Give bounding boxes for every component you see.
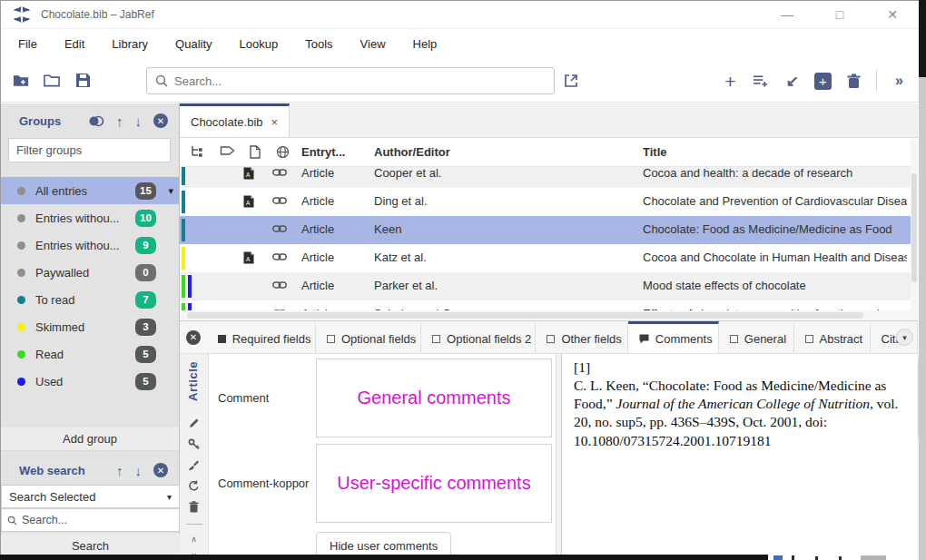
menu-edit[interactable]: Edit <box>51 37 98 51</box>
table-row-katz-et-al[interactable]: AArticleKatz et al.Cocoa and Chocolate i… <box>180 244 911 272</box>
url-link-icon[interactable] <box>272 280 287 290</box>
filter-groups-input[interactable] <box>8 138 171 162</box>
editor-tab-optional-fields[interactable]: Optional fields <box>316 321 421 353</box>
menu-file[interactable]: File <box>5 37 51 51</box>
key-icon[interactable] <box>188 438 200 450</box>
delete-entry-trash-icon[interactable] <box>845 73 862 90</box>
group-item-to-read[interactable]: To read7 <box>1 286 179 313</box>
pdf-file-icon[interactable]: A <box>243 167 254 180</box>
import-entries-icon[interactable]: ↙ <box>783 73 801 90</box>
group-item-paywalled[interactable]: Paywalled0 <box>1 259 179 286</box>
editor-tab-required-fields[interactable]: Required fields <box>207 321 316 353</box>
url-link-icon[interactable] <box>272 196 287 205</box>
group-item-skimmed[interactable]: Skimmed3 <box>1 313 179 340</box>
refresh-icon[interactable] <box>188 480 200 492</box>
more-toolbar-items-icon[interactable]: » <box>891 73 908 90</box>
open-library-icon[interactable] <box>44 72 61 89</box>
group-item-read[interactable]: Read5 <box>1 340 179 368</box>
add-group-button[interactable]: Add group <box>1 426 179 451</box>
group-color-bar <box>182 191 185 213</box>
editor-tab-comments[interactable]: Comments <box>628 321 719 353</box>
group-expander-icon[interactable]: ▾ <box>168 185 173 197</box>
group-item-entries-withou[interactable]: Entries withou...9 <box>1 231 179 259</box>
maximize-button[interactable]: □ <box>813 1 866 28</box>
close-web-search-icon[interactable]: ✕ <box>153 463 168 477</box>
web-search-title: Web search <box>19 464 85 477</box>
close-groups-icon[interactable]: ✕ <box>153 113 168 128</box>
table-horizontal-scrollbar[interactable] <box>180 310 911 320</box>
global-search-box <box>146 67 555 94</box>
table-row-cooper-et-al[interactable]: AArticleCooper et al.Cocoa and health: a… <box>180 167 911 188</box>
column-author[interactable]: Author/Editor <box>374 145 450 159</box>
file-icon[interactable] <box>250 145 261 159</box>
globe-icon[interactable] <box>276 145 290 159</box>
field-textarea-comment[interactable]: General comments <box>316 359 552 437</box>
web-search-input[interactable] <box>22 514 173 526</box>
save-library-icon[interactable] <box>74 72 92 89</box>
url-link-icon[interactable] <box>272 224 287 233</box>
add-entry-square-icon[interactable]: + <box>814 73 832 90</box>
brush-icon[interactable] <box>188 459 200 471</box>
table-row-parker-et-al[interactable]: ArticleParker et al.Mood state effects o… <box>180 272 911 300</box>
column-entrytype[interactable]: Entryt... <box>301 145 345 159</box>
editor-tab-other-fields[interactable]: Other fields <box>536 321 627 353</box>
group-color-dot <box>17 323 25 331</box>
column-title[interactable]: Title <box>643 145 667 159</box>
fetcher-value: Search Selected <box>9 490 95 504</box>
field-textarea-comment-koppor[interactable]: User-specific comments <box>316 444 552 523</box>
minimize-button[interactable]: — <box>761 1 813 28</box>
editor-tab-label: Required fields <box>232 332 311 346</box>
table-vertical-scrollbar[interactable] <box>911 139 918 320</box>
url-link-icon[interactable] <box>272 168 287 177</box>
editor-preview-splitter[interactable] <box>556 354 562 560</box>
group-color-dot <box>17 296 25 304</box>
fetcher-select[interactable]: Search Selected ▾ <box>1 485 180 508</box>
group-color-bar <box>188 303 192 310</box>
group-item-entries-withou[interactable]: Entries withou...10 <box>1 204 179 231</box>
new-library-icon[interactable] <box>13 72 30 89</box>
menu-view[interactable]: View <box>347 37 399 51</box>
url-link-icon[interactable] <box>272 252 287 261</box>
svg-text:A: A <box>246 172 251 178</box>
web-search-up-icon[interactable]: ↑ <box>116 463 123 478</box>
pdf-file-icon[interactable]: A <box>243 251 254 264</box>
menu-tools[interactable]: Tools <box>291 37 346 51</box>
close-button[interactable]: ✕ <box>866 1 919 28</box>
table-row-ding-et-al[interactable]: AArticleDing et al.Chocolate and Prevent… <box>180 188 911 216</box>
menu-help[interactable]: Help <box>399 37 451 51</box>
move-group-down-icon[interactable]: ↓ <box>135 113 143 129</box>
intersection-icon[interactable] <box>88 115 104 127</box>
editor-tab-general[interactable]: General <box>719 321 794 353</box>
table-row-scholey-and-o[interactable]: ArticleScholey and OEffects of chocolate… <box>180 300 911 310</box>
tag-icon[interactable] <box>220 145 235 156</box>
move-group-up-icon[interactable]: ↑ <box>116 113 123 129</box>
chevron-up-icon[interactable]: ∧ <box>191 535 197 543</box>
editor-tab-abstract[interactable]: Abstract <box>794 321 871 353</box>
search-input[interactable] <box>174 74 546 88</box>
menu-library[interactable]: Library <box>98 37 162 51</box>
close-tab-icon[interactable]: × <box>271 115 279 129</box>
tab-overflow-icon[interactable]: ▾ <box>896 329 913 346</box>
pdf-file-icon[interactable]: A <box>243 195 254 208</box>
close-entry-editor[interactable]: ✕ <box>180 321 207 353</box>
web-search-box <box>1 508 180 532</box>
group-color-bar <box>182 167 185 185</box>
table-row-keen[interactable]: ArticleKeenChocolate: Food as Medicine/M… <box>180 216 911 244</box>
new-entry-from-list-icon[interactable] <box>753 73 770 90</box>
cell-entrytype: Article <box>301 194 334 208</box>
group-item-used[interactable]: Used5 <box>1 368 179 395</box>
group-count-badge: 0 <box>135 264 156 281</box>
group-tree-icon[interactable] <box>191 145 204 158</box>
field-label: Comment <box>218 391 316 405</box>
pencil-icon[interactable] <box>188 418 200 429</box>
menu-quality[interactable]: Quality <box>162 37 225 51</box>
trash-icon[interactable] <box>189 501 199 513</box>
web-search-down-icon[interactable]: ↓ <box>135 463 143 478</box>
editor-tab-optional-fields-2[interactable]: Optional fields 2 <box>421 321 536 353</box>
chevron-down-icon: ▾ <box>167 492 172 502</box>
library-tab[interactable]: Chocolate.bib × <box>180 103 290 137</box>
menu-lookup[interactable]: Lookup <box>226 37 292 51</box>
new-entry-icon[interactable]: + <box>722 73 739 90</box>
open-search-window-icon[interactable] <box>562 72 579 89</box>
group-item-all-entries[interactable]: All entries15▾ <box>1 177 179 204</box>
